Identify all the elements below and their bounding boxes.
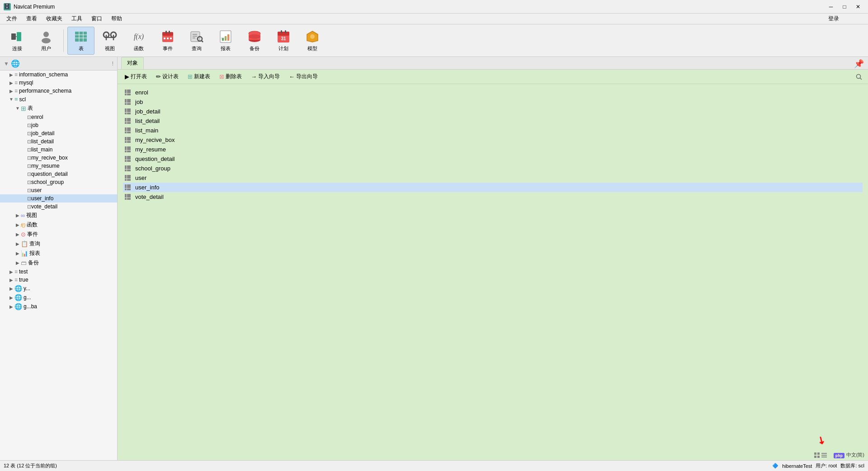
sidebar-table-question-detail[interactable]: ⊡ question_detail <box>0 170 117 178</box>
minimize-btn[interactable]: ─ <box>825 2 837 12</box>
menu-view[interactable]: 查看 <box>22 14 42 24</box>
table-item-my-resume[interactable]: my_resume <box>123 145 863 154</box>
table-item-question-detail[interactable]: question_detail <box>123 154 863 164</box>
user-btn[interactable]: 用户 <box>33 27 60 55</box>
expand-arrow: ▶ <box>8 72 14 77</box>
table-btn[interactable]: 表 <box>67 27 94 55</box>
sidebar-table-vote-detail[interactable]: ⊡ vote_detail <box>0 203 117 211</box>
sidebar-table-job-detail[interactable]: ⊡ job_detail <box>0 129 117 137</box>
new-table-btn[interactable]: ⊞ 新建表 <box>184 71 214 82</box>
sidebar-table-my-resume[interactable]: ⊡ my_resume <box>0 162 117 170</box>
table-item-my-recive-box[interactable]: my_recive_box <box>123 135 863 145</box>
svg-rect-16 <box>162 32 173 36</box>
tree-folder-query[interactable]: ▶ 📋 查询 <box>0 239 117 249</box>
sidebar-table-school-group[interactable]: ⊡ school_group <box>0 178 117 186</box>
sidebar-table-user-info[interactable]: ⊡ user_info <box>0 194 117 203</box>
open-table-btn[interactable]: ▶ 打开表 <box>121 71 151 82</box>
model-btn[interactable]: 模型 <box>299 27 326 55</box>
event-btn[interactable]: 事件 <box>154 27 181 55</box>
report-btn[interactable]: 报表 <box>212 27 239 55</box>
search-btn[interactable] <box>854 72 864 82</box>
query-btn[interactable]: 查询 <box>183 27 210 55</box>
table-item-school-group[interactable]: school_group <box>123 164 863 173</box>
menu-file[interactable]: 文件 <box>2 14 22 24</box>
menu-help[interactable]: 帮助 <box>107 14 127 24</box>
db-name-performance-schema: performance_schema <box>19 88 71 94</box>
table-item-job[interactable]: job <box>123 97 863 107</box>
table-item-list-main[interactable]: list_main <box>123 126 863 135</box>
tree-folder-view[interactable]: ▶ ∞ 视图 <box>0 211 117 220</box>
table-item-list-detail[interactable]: list_detail <box>123 116 863 126</box>
user-label: 用户 <box>41 45 51 52</box>
db-icon: 🌐 <box>14 285 22 292</box>
new-table-label: 新建表 <box>194 73 210 80</box>
event-label: 事件 <box>163 45 173 52</box>
import-wizard-btn[interactable]: → 导入向导 <box>247 71 283 82</box>
sidebar-table-my-recive-box[interactable]: ⊡ my_recive_box <box>0 154 117 162</box>
tree-db-g2[interactable]: ▶ 🌐 g...ba <box>0 302 117 311</box>
menu-window[interactable]: 窗口 <box>87 14 107 24</box>
function-icon: f(x) <box>132 29 146 44</box>
export-wizard-btn[interactable]: ← 导出向导 <box>285 71 321 82</box>
tree-db-mysql[interactable]: ▶ ≡ mysql <box>0 79 117 87</box>
tree-db-true[interactable]: ▶ ≡ true <box>0 276 117 284</box>
svg-rect-48 <box>817 452 820 455</box>
grid-view-icon[interactable] <box>814 452 820 458</box>
tree-db-test[interactable]: ▶ ≡ test <box>0 268 117 276</box>
table-name-user: user <box>135 174 146 181</box>
svg-point-44 <box>310 34 315 39</box>
tree-db-g1[interactable]: ▶ 🌐 g... <box>0 293 117 302</box>
tree-folder-func[interactable]: ▶ f() 函数 <box>0 220 117 230</box>
sidebar-table-user[interactable]: ⊡ user <box>0 186 117 194</box>
list-view-icon[interactable] <box>821 452 827 458</box>
table-item-vote-detail[interactable]: vote_detail <box>123 192 863 202</box>
window-controls: ─ □ ✕ <box>825 2 864 12</box>
tree-db-information-schema[interactable]: ▶ ≡ information_schema <box>0 71 117 79</box>
tree-db-scl[interactable]: ▼ ≡ scl <box>0 95 117 104</box>
tree-folder-event[interactable]: ▶ ⊙ 事件 <box>0 230 117 239</box>
close-btn[interactable]: ✕ <box>852 2 864 12</box>
tree-db-performance-schema[interactable]: ▶ ≡ performance_schema <box>0 87 117 95</box>
db-icon: ≡ <box>14 80 18 86</box>
db-name-g1: g... <box>24 294 31 301</box>
sidebar-arrow[interactable]: ▼ <box>4 61 9 67</box>
menu-tools[interactable]: 工具 <box>67 14 87 24</box>
svg-rect-40 <box>281 30 282 33</box>
design-table-btn[interactable]: ✏ 设计表 <box>152 71 182 82</box>
login-menu-btn[interactable]: 登录 <box>828 15 866 23</box>
tree-folder-report[interactable]: ▶ 📊 报表 <box>0 249 117 258</box>
sidebar-db-icon: 🌐 <box>11 59 20 68</box>
svg-rect-39 <box>278 32 289 36</box>
sidebar-table-list-detail[interactable]: ⊡ list_detail <box>0 137 117 146</box>
schedule-btn[interactable]: 31 计划 <box>270 27 297 55</box>
sidebar-table-list-main[interactable]: ⊡ list_main <box>0 146 117 154</box>
table-item-enrol[interactable]: enrol <box>123 88 863 97</box>
content-toolbar: ▶ 打开表 ✏ 设计表 ⊞ 新建表 ⊠ 删除表 → 导入向导 ← 导出向导 <box>118 70 868 84</box>
delete-table-btn[interactable]: ⊠ 删除表 <box>216 71 245 82</box>
sidebar-table-job[interactable]: ⊡ job <box>0 121 117 129</box>
function-btn[interactable]: f(x) 函数 <box>125 27 152 55</box>
tree-db-y[interactable]: ▶ 🌐 y... <box>0 284 117 293</box>
view-btn[interactable]: 视图 <box>96 27 123 55</box>
connect-btn[interactable]: 连接 <box>4 27 31 55</box>
backup-btn[interactable]: 备份 <box>241 27 268 55</box>
table-label-my-recive-box: my_recive_box <box>31 155 68 161</box>
tree-folder-table[interactable]: ▼ ⊞ 表 <box>0 104 117 113</box>
table-item-user[interactable]: user <box>123 173 863 183</box>
tree-folder-backup[interactable]: ▶ 🗃 备份 <box>0 258 117 268</box>
menu-favorites[interactable]: 收藏夹 <box>42 14 67 24</box>
table-icon: ⊡ <box>27 114 31 120</box>
tab-objects[interactable]: 对象 <box>121 57 144 69</box>
table-label-enrol: enrol <box>31 114 43 120</box>
table-label-school-group: school_group <box>31 179 64 185</box>
event-folder-icon: ⊙ <box>21 231 26 238</box>
table-item-user-info[interactable]: user_info <box>123 183 863 192</box>
sidebar-table-enrol[interactable]: ⊡ enrol <box>0 113 117 121</box>
table-icon <box>74 29 88 44</box>
table-item-job-detail[interactable]: job_detail <box>123 107 863 116</box>
lang-badge[interactable]: 中文(简) <box>846 452 864 458</box>
export-wizard-icon: ← <box>289 73 295 80</box>
svg-line-46 <box>860 78 862 80</box>
maximize-btn[interactable]: □ <box>838 2 851 12</box>
pin-btn[interactable]: 📌 <box>854 58 864 69</box>
